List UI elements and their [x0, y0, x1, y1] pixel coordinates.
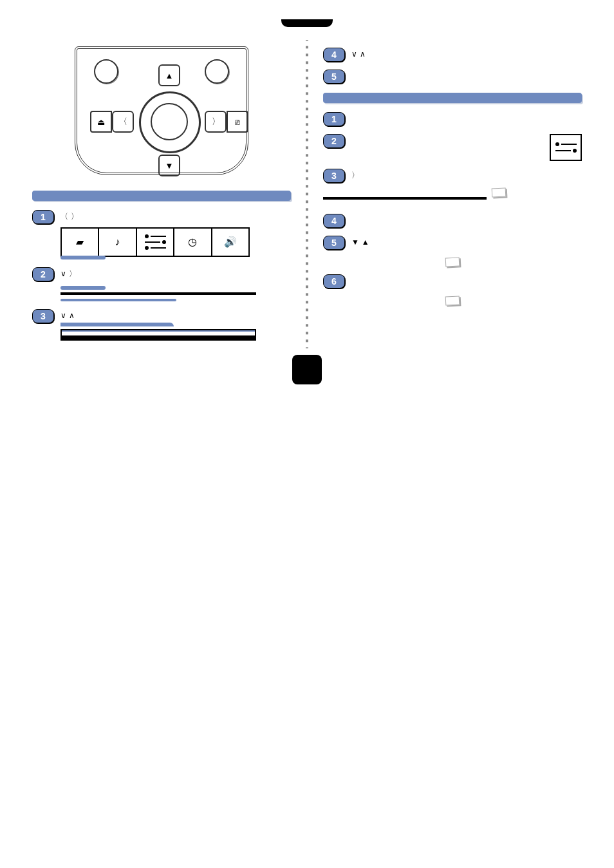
left-arrow-icon: 〈: [112, 111, 134, 133]
swap-moving-bar: [62, 330, 255, 332]
skip-step-5: 5 ▼ ▲: [323, 236, 582, 250]
callout-asterisk: [445, 257, 460, 267]
swap-step-1: 1 〈 〉 ▰ ♪: [32, 210, 291, 259]
right-chevron-icon: 〉: [351, 170, 359, 180]
music-note-icon: ♪: [99, 229, 136, 256]
up-chevron-icon: ∧: [360, 49, 366, 59]
down-arrow-icon: ▼: [158, 155, 180, 176]
up-triangle-icon: ▲: [362, 237, 369, 247]
cell-prog: [67, 330, 128, 332]
remote-button-top-right: [205, 59, 229, 84]
remote-enter-button: [151, 103, 188, 140]
right-chevron-icon: 〉: [71, 211, 79, 222]
picture-icon: ▰: [62, 229, 99, 256]
step-number: 3: [323, 169, 345, 183]
setup-menu-title: [60, 286, 106, 290]
swap-step-4: 4 ∨ ∧: [323, 48, 582, 62]
setup-menu-footer: [60, 299, 176, 301]
step-number: 3: [32, 309, 54, 323]
remote-illustration: ▲ ▼ 〈 〉 ⏏ ⎚: [68, 40, 255, 182]
column-divider: [304, 40, 310, 348]
programme-swap-table: [60, 329, 256, 341]
swap-step-2: 2 ∨ 〉: [32, 267, 291, 301]
osd-top-bar: ▰ ♪ ◷ 🔊: [60, 227, 250, 257]
swap-step-3: 3 ∨ ∧: [32, 309, 291, 341]
up-chevron-icon: ∧: [69, 310, 75, 321]
cell-station: [128, 330, 189, 332]
cell-channel: [189, 330, 250, 332]
remote-side-right-icon: ⎚: [227, 111, 248, 133]
left-column: ▲ ▼ 〈 〉 ⏏ ⎚ 1 〈 〉 ▰: [32, 40, 291, 348]
down-chevron-icon: ∨: [351, 49, 357, 59]
skip-step-6: 6: [323, 274, 582, 288]
left-chevron-icon: 〈: [60, 211, 68, 222]
step-number: 5: [323, 236, 345, 250]
right-arrow-icon: 〉: [205, 111, 227, 133]
osd-setup-chip: [60, 256, 106, 259]
remote-side-left-icon: ⏏: [90, 111, 112, 133]
right-chevron-icon: 〉: [69, 269, 77, 279]
skip-subheader: [323, 93, 582, 103]
mini-setup-menu: [323, 197, 487, 200]
skip-step-2: 2: [323, 134, 582, 161]
down-chevron-icon: ∨: [60, 310, 66, 321]
callout-remember-select: [492, 187, 507, 197]
swap-table-title: [60, 323, 174, 326]
speaker-icon: 🔊: [212, 229, 248, 256]
up-arrow-icon: ▲: [158, 64, 180, 86]
step-number: 5: [323, 70, 345, 84]
step-number: 1: [323, 112, 345, 126]
sliders-icon: [550, 134, 582, 161]
remote-button-top-left: [94, 59, 118, 84]
down-chevron-icon: ∨: [60, 269, 66, 279]
swap-step-5: 5: [323, 70, 582, 84]
step-number: 2: [32, 267, 54, 281]
sliders-icon: [137, 229, 174, 256]
clock-icon: ◷: [174, 229, 212, 256]
setup-menu: [60, 292, 256, 295]
swap-table-footer: [62, 335, 255, 339]
skip-step-4: 4: [323, 214, 582, 228]
down-triangle-icon: ▼: [351, 237, 359, 247]
step-number: 1: [32, 210, 54, 224]
step-number: 2: [323, 134, 345, 148]
right-column: 4 ∨ ∧ 5 1: [323, 40, 582, 348]
step-number: 6: [323, 274, 345, 288]
skip-step-3: 3 〉: [323, 169, 582, 183]
callout-individually: [445, 296, 460, 305]
step-number: 4: [323, 48, 345, 62]
page-number: [292, 355, 322, 384]
swap-subheader: [32, 191, 291, 201]
skip-step-1: 1: [323, 112, 582, 126]
section-header: [281, 19, 333, 27]
step-number: 4: [323, 214, 345, 228]
